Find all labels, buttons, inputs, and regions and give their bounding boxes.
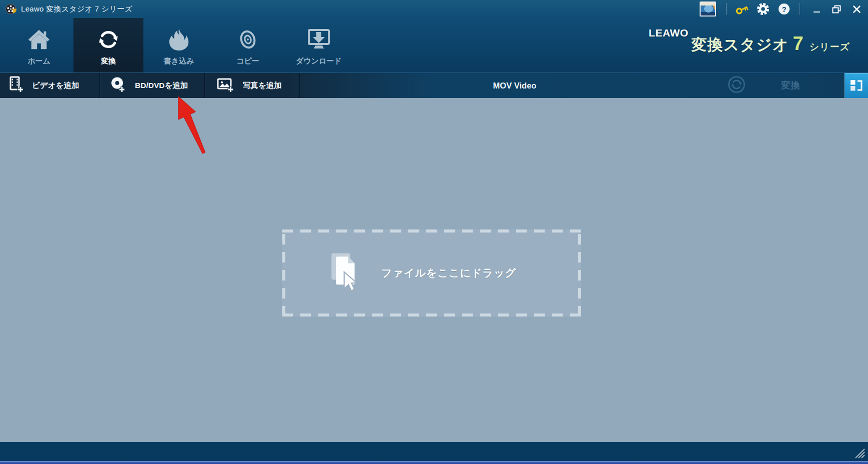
restore-window-icon xyxy=(832,5,841,14)
minimize-icon xyxy=(814,12,820,13)
tab-burn-label: 書き込み xyxy=(164,56,194,66)
film-plus-icon xyxy=(7,76,24,95)
status-bar xyxy=(0,442,868,461)
promo-banner-thumbnail[interactable] xyxy=(700,2,716,16)
add-photo-label: 写真を追加 xyxy=(243,80,282,91)
product-series: シリーズ xyxy=(810,40,850,54)
disc-plus-icon xyxy=(110,76,127,95)
drop-zone-hint: ファイルをここにドラッグ xyxy=(329,252,516,294)
close-icon xyxy=(853,5,861,14)
app-window: Leawo 変換スタジオ 7 シリーズ xyxy=(0,0,868,464)
tab-burn[interactable]: 書き込み xyxy=(144,18,214,72)
disc-icon xyxy=(237,26,259,54)
window-bottom-edge xyxy=(0,461,868,464)
tab-copy[interactable]: コピー xyxy=(213,18,283,72)
sync-arrows-icon xyxy=(97,26,120,54)
key-icon[interactable] xyxy=(734,2,751,16)
gear-icon[interactable] xyxy=(755,2,772,16)
convert-button-label: 変換 xyxy=(781,79,800,92)
file-drop-zone[interactable]: ファイルをここにドラッグ xyxy=(282,230,581,316)
tab-copy-label: コピー xyxy=(236,56,259,66)
main-content: ファイルをここにドラッグ xyxy=(0,98,868,442)
tab-home-label: ホーム xyxy=(27,56,50,66)
tab-download[interactable]: ダウンロード xyxy=(284,18,354,72)
separator xyxy=(800,3,800,15)
add-bd-dvd-button[interactable]: BD/DVDを追加 xyxy=(100,73,205,98)
toolbar: ビデオを追加 BD/DVDを追加 xyxy=(0,72,868,98)
file-drag-icon xyxy=(329,252,362,294)
brand-name: LEAWO xyxy=(649,27,689,39)
panel-layout-icon xyxy=(849,78,864,93)
product-version: 7 xyxy=(793,33,804,54)
home-icon xyxy=(27,26,50,54)
brand-logo: LEAWO 変換スタジオ 7 シリーズ xyxy=(649,33,850,56)
film-reel-icon xyxy=(5,3,17,15)
photo-plus-icon xyxy=(217,76,235,95)
output-format-label[interactable]: MOV Video xyxy=(465,73,565,98)
sync-circle-icon xyxy=(727,75,746,96)
add-photo-button[interactable]: 写真を追加 xyxy=(205,73,300,98)
restore-button[interactable] xyxy=(828,0,845,18)
tab-convert-label: 変換 xyxy=(101,56,116,66)
add-bd-dvd-label: BD/DVDを追加 xyxy=(135,80,188,91)
separator xyxy=(726,3,727,15)
drop-zone-label: ファイルをここにドラッグ xyxy=(381,266,516,280)
window-title: Leawo 変換スタジオ 7 シリーズ xyxy=(21,4,132,14)
nav-bar: ホーム 変換 書き込み xyxy=(0,18,868,72)
minimize-button[interactable] xyxy=(808,0,825,18)
panel-toggle-button[interactable] xyxy=(845,73,868,98)
download-monitor-icon xyxy=(307,26,330,54)
add-video-button[interactable]: ビデオを追加 xyxy=(0,73,100,98)
tab-convert[interactable]: 変換 xyxy=(73,18,143,72)
tab-download-label: ダウンロード xyxy=(296,56,342,66)
resize-grip[interactable] xyxy=(853,446,866,459)
add-video-label: ビデオを追加 xyxy=(32,80,79,91)
question-mark-glyph: ? xyxy=(779,4,790,14)
product-name: 変換スタジオ xyxy=(692,34,789,56)
flame-icon xyxy=(169,26,189,54)
convert-button[interactable]: 変換 xyxy=(727,73,800,98)
close-button[interactable] xyxy=(848,0,865,18)
titlebar: Leawo 変換スタジオ 7 シリーズ xyxy=(0,0,868,18)
tab-home[interactable]: ホーム xyxy=(4,18,74,72)
help-icon[interactable]: ? xyxy=(776,4,793,14)
